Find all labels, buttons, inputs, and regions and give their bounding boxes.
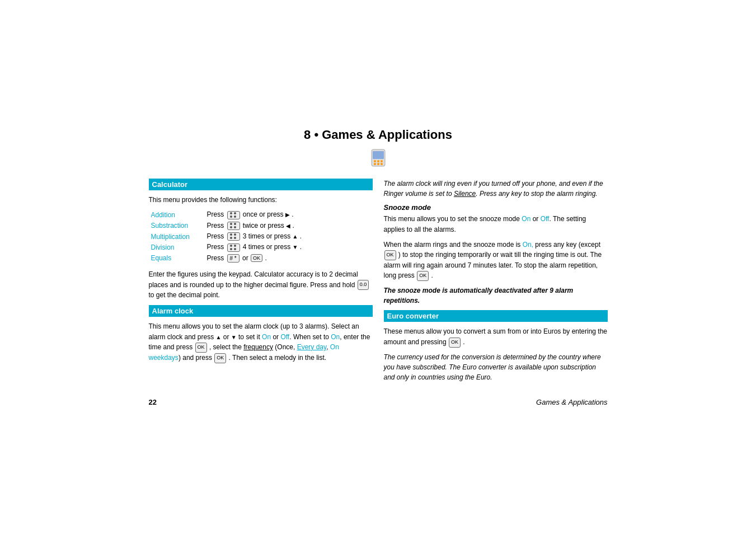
- page: 8 • Games & Applications Calculator This…: [138, 116, 619, 417]
- page-title: 8 • Games & Applications: [304, 128, 452, 142]
- euro-body: These menus allow you to convert a sum f…: [384, 326, 608, 347]
- key-ok-equals: OK: [251, 254, 262, 262]
- right-column: The alarm clock will ring even if you tu…: [384, 179, 608, 386]
- table-row: Addition Press once or press ▶ .: [149, 209, 373, 220]
- svg-point-3: [377, 160, 379, 162]
- op-label-addition: Addition: [149, 209, 205, 220]
- games-icon: [367, 147, 389, 169]
- snooze-on2: On,: [523, 241, 533, 249]
- table-row: Equals Press # * or OK .: [149, 253, 373, 264]
- table-row: Division Press 4 times or press ▼ .: [149, 242, 373, 252]
- left-column: Calculator This menu provides the follow…: [149, 179, 373, 386]
- op-desc-division: Press 4 times or press ▼ .: [205, 242, 373, 252]
- footer-section-title: Games & Applications: [536, 398, 607, 406]
- calculator-body: Enter the figures using the keypad. Calc…: [149, 269, 373, 301]
- euro-header: Euro converter: [384, 310, 608, 322]
- alarm-body: This menu allows you to set the alarm cl…: [149, 321, 373, 363]
- page-number: 22: [149, 398, 157, 406]
- on-label-alarm: On: [262, 333, 271, 341]
- page-title-area: 8 • Games & Applications: [149, 128, 608, 142]
- key-ok-alarm2: OK: [214, 353, 226, 363]
- frequency-label: frequency: [243, 343, 273, 351]
- snooze-title: Snooze mode: [384, 203, 608, 212]
- alarm-top-italic: The alarm clock will ring even if you tu…: [384, 179, 608, 199]
- euro-italic-block: The currency used for the conversion is …: [384, 352, 608, 382]
- op-label-division: Division: [149, 242, 205, 252]
- op-label-substraction: Substraction: [149, 221, 205, 231]
- arrow-left: ◀: [286, 223, 290, 229]
- phone-icon-area: [149, 147, 608, 173]
- op-desc-equals: Press # * or OK .: [205, 253, 373, 264]
- off-label-alarm: Off: [280, 333, 289, 341]
- svg-point-7: [381, 163, 383, 165]
- arrow-right: ▶: [285, 212, 290, 218]
- op-desc-substraction: Press twice or press ◀ .: [205, 221, 373, 231]
- op-label-equals: Equals: [149, 253, 205, 264]
- svg-point-5: [374, 163, 376, 165]
- key-hash-star: # *: [227, 254, 240, 263]
- key-ok-euro: OK: [449, 338, 461, 348]
- arrow-down-calc: ▼: [293, 245, 298, 251]
- calculator-table: Addition Press once or press ▶ . Substra…: [149, 209, 373, 264]
- table-row: Substraction Press twice or press ◀ .: [149, 221, 373, 231]
- silence-text: Silence: [454, 190, 476, 198]
- svg-point-4: [381, 160, 383, 162]
- calculator-intro: This menu provides the following functio…: [149, 195, 373, 205]
- content-columns: Calculator This menu provides the follow…: [149, 179, 608, 386]
- snooze-italic-footer: The snooze mode is automatically deactiv…: [384, 285, 608, 306]
- snooze-off: Off: [541, 215, 550, 223]
- every-day-label: Every day: [297, 343, 326, 351]
- table-row: Multiplication Press 3 times or press ▲ …: [149, 231, 373, 242]
- op-desc-addition: Press once or press ▶ .: [205, 209, 373, 220]
- arrow-up-alarm: ▲: [216, 334, 222, 340]
- svg-rect-1: [373, 151, 384, 159]
- key-ok-alarm: OK: [195, 343, 207, 353]
- key-dot-dot-4: [227, 243, 240, 252]
- calculator-header: Calculator: [149, 179, 373, 190]
- snooze-body1: This menu allows you to set the snooze m…: [384, 214, 608, 235]
- key-dot-dot-1: [227, 211, 240, 219]
- page-footer: 22 Games & Applications: [149, 398, 608, 406]
- key-ok-snooze2: OK: [417, 271, 429, 281]
- snooze-body2: When the alarm rings and the snooze mode…: [384, 240, 608, 282]
- key-dot-dot-2: [227, 222, 240, 230]
- key-ok-snooze1: OK: [384, 250, 396, 260]
- arrow-up-calc: ▲: [293, 233, 298, 240]
- op-desc-multiplication: Press 3 times or press ▲ .: [205, 231, 373, 242]
- on-label-alarm2: On: [331, 333, 340, 341]
- svg-point-2: [374, 160, 376, 162]
- svg-point-6: [377, 163, 379, 165]
- snooze-on: On: [522, 215, 530, 223]
- alarm-header: Alarm clock: [149, 305, 373, 317]
- key-dot-dot-3: [227, 232, 240, 241]
- key-0-dot: 0.0: [358, 280, 369, 290]
- op-label-multiplication: Multiplication: [149, 231, 205, 242]
- arrow-down-alarm: ▼: [231, 334, 237, 340]
